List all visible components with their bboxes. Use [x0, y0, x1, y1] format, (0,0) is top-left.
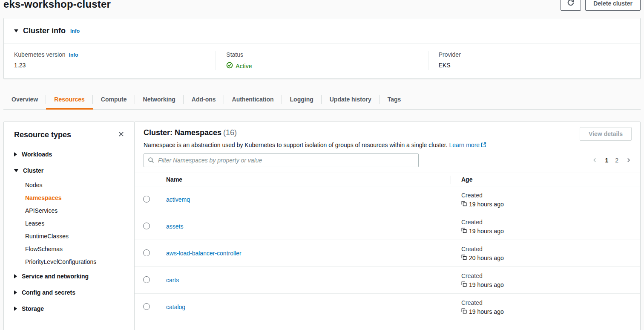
- copy-icon[interactable]: [461, 255, 467, 261]
- sidebar-item-prioritylevelconfigurations[interactable]: PriorityLevelConfigurations: [4, 255, 134, 268]
- sidebar-item-flowschemas[interactable]: FlowSchemas: [4, 243, 134, 255]
- sidebar-item-runtimeclasses[interactable]: RuntimeClasses: [4, 230, 134, 243]
- copy-icon[interactable]: [461, 228, 467, 234]
- name-column-header[interactable]: Name: [166, 173, 451, 186]
- tree-group-label: Storage: [22, 305, 44, 312]
- page-header: eks-workshop-cluster Delete cluster: [3, 0, 641, 18]
- header-actions: Delete cluster: [561, 0, 641, 11]
- tree-group-workloads[interactable]: Workloads: [4, 146, 134, 162]
- view-details-button[interactable]: View details: [580, 127, 632, 141]
- sidebar-item-nodes[interactable]: Nodes: [4, 179, 134, 191]
- previous-page-button[interactable]: [592, 156, 598, 165]
- page-number-2[interactable]: 2: [615, 157, 618, 164]
- page-number-1[interactable]: 1: [605, 157, 608, 164]
- age-value: 19 hours ago: [469, 228, 504, 234]
- tree-group-config-and-secrets[interactable]: Config and secrets: [4, 284, 134, 301]
- tab-update-history[interactable]: Update history: [322, 90, 380, 109]
- row-radio-activemq[interactable]: [143, 196, 150, 203]
- collapse-caret-icon[interactable]: [14, 29, 18, 32]
- kubernetes-version-info-link[interactable]: Info: [69, 52, 78, 58]
- refresh-button[interactable]: [561, 0, 581, 11]
- learn-more-label: Learn more: [449, 142, 480, 148]
- tree-group-cluster[interactable]: Cluster: [4, 162, 134, 179]
- resource-types-title: Resource types: [14, 130, 71, 139]
- eks-cluster-page: eks-workshop-cluster Delete cluster Clus…: [0, 0, 644, 330]
- namespace-link-assets[interactable]: assets: [166, 223, 183, 230]
- tab-tags[interactable]: Tags: [380, 90, 409, 109]
- learn-more-link[interactable]: Learn more: [449, 142, 487, 148]
- delete-cluster-button[interactable]: Delete cluster: [585, 0, 641, 11]
- row-radio-carts[interactable]: [143, 276, 150, 283]
- namespaces-title: Cluster: Namespaces: [144, 128, 221, 137]
- cluster-group-items: Nodes Namespaces APIServices Leases Runt…: [4, 179, 134, 268]
- resource-types-tree: Workloads Cluster Nodes Namespaces APISe…: [4, 142, 134, 324]
- namespace-link-carts[interactable]: carts: [166, 277, 179, 284]
- table-header-row: Name Age: [135, 173, 640, 186]
- search-icon: [148, 157, 154, 165]
- tab-networking[interactable]: Networking: [135, 90, 184, 109]
- namespace-link-aws-load-balancer-controller[interactable]: aws-load-balancer-controller: [166, 250, 242, 257]
- kubernetes-version-label: Kubernetes version: [14, 51, 66, 58]
- tab-compute[interactable]: Compute: [93, 90, 135, 109]
- age-column-header[interactable]: Age: [451, 173, 640, 186]
- tree-group-label: Workloads: [22, 151, 52, 158]
- row-radio-catalog[interactable]: [143, 303, 150, 310]
- tab-logging[interactable]: Logging: [282, 90, 322, 109]
- cluster-info-title: Cluster info: [23, 26, 66, 35]
- status-ok-icon: [226, 62, 233, 70]
- namespace-filter-input[interactable]: [144, 153, 419, 167]
- table-row: activemq Created 19 hours ago: [135, 186, 640, 213]
- tab-add-ons[interactable]: Add-ons: [184, 90, 224, 109]
- sidebar-item-namespaces[interactable]: Namespaces: [4, 191, 134, 204]
- status-text: Active: [236, 63, 252, 69]
- created-label: Created: [461, 272, 640, 279]
- age-value: 19 hours ago: [469, 281, 504, 288]
- status-value: Active: [226, 62, 417, 70]
- table-row: carts Created 19 hours ago: [135, 267, 640, 294]
- provider-field: Provider EKS: [428, 51, 640, 70]
- namespace-link-catalog[interactable]: catalog: [166, 304, 185, 310]
- row-radio-aws-load-balancer-controller[interactable]: [143, 249, 150, 256]
- chevron-right-icon: [626, 157, 631, 164]
- tree-group-label: Service and networking: [22, 273, 89, 280]
- copy-icon[interactable]: [461, 281, 467, 288]
- copy-icon[interactable]: [461, 308, 467, 315]
- next-page-button[interactable]: [625, 156, 632, 165]
- tree-group-storage[interactable]: Storage: [4, 301, 134, 317]
- tree-group-label: Cluster: [23, 167, 43, 174]
- namespaces-table: Name Age activemq Created 19 hours ago: [135, 173, 640, 321]
- namespaces-count: (16): [223, 128, 237, 137]
- chevron-left-icon: [592, 157, 597, 164]
- tree-group-service-and-networking[interactable]: Service and networking: [4, 268, 134, 284]
- cluster-info-info-link[interactable]: Info: [70, 28, 80, 34]
- refresh-icon: [567, 0, 575, 8]
- tab-resources[interactable]: Resources: [46, 90, 93, 109]
- table-row: aws-load-balancer-controller Created 20 …: [135, 240, 640, 267]
- resource-types-panel: Resource types Workloads Cluster Nodes: [3, 122, 134, 330]
- tree-group-label: Config and secrets: [22, 289, 75, 296]
- tab-overview[interactable]: Overview: [3, 90, 46, 109]
- page-title: eks-workshop-cluster: [3, 0, 111, 10]
- sidebar-item-leases[interactable]: Leases: [4, 217, 134, 230]
- created-label: Created: [461, 246, 640, 252]
- copy-icon[interactable]: [461, 201, 467, 208]
- kubernetes-version-value: 1.23: [14, 62, 205, 69]
- close-resource-types-button[interactable]: [116, 129, 126, 140]
- namespace-link-activemq[interactable]: activemq: [166, 196, 190, 203]
- status-field: Status Active: [216, 51, 428, 70]
- external-link-icon: [481, 142, 486, 149]
- close-icon: [118, 131, 124, 139]
- caret-down-icon: [14, 169, 18, 172]
- row-radio-assets[interactable]: [143, 223, 150, 229]
- sidebar-item-apiservices[interactable]: APIServices: [4, 204, 134, 217]
- namespaces-description: Namespace is an abstraction used by Kube…: [135, 137, 640, 149]
- table-row: assets Created 19 hours ago: [135, 213, 640, 240]
- namespaces-header: Cluster: Namespaces (16) View details: [135, 122, 640, 137]
- resource-types-header: Resource types: [4, 122, 134, 142]
- cluster-info-header[interactable]: Cluster info Info: [4, 18, 640, 44]
- filter-wrap: [144, 153, 419, 167]
- tab-authentication[interactable]: Authentication: [224, 90, 282, 109]
- age-value: 19 hours ago: [469, 201, 504, 208]
- created-label: Created: [461, 219, 640, 226]
- pagination: 1 2: [592, 156, 632, 165]
